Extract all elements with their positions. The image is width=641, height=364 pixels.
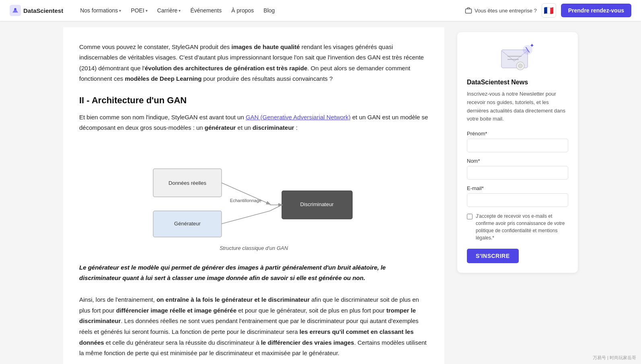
consent-checkbox[interactable] bbox=[467, 214, 473, 219]
logo-icon bbox=[10, 5, 21, 16]
chevron-down-icon: ▾ bbox=[179, 8, 181, 13]
nav-item-carriere[interactable]: Carrière ▾ bbox=[153, 5, 185, 16]
gan-link[interactable]: GAN (Generative Adversiarial Network) bbox=[246, 114, 351, 121]
nom-input[interactable] bbox=[467, 166, 568, 180]
intro-paragraph: Comme vous pouvez le constater, StyleGAN… bbox=[79, 42, 428, 84]
gan-diagram-container: Données réelles Générateur Discriminateu… bbox=[79, 145, 428, 251]
gan-link-text: GAN (Generative Adversiarial Network) bbox=[246, 114, 351, 121]
svg-text:✦: ✦ bbox=[530, 42, 534, 49]
svg-text:Echantillonnage: Echantillonnage bbox=[230, 198, 261, 203]
svg-line-12 bbox=[270, 205, 282, 211]
bold-deep-learning: modèles de Deep Learning bbox=[125, 75, 201, 82]
prenom-label: Prénom* bbox=[467, 131, 568, 137]
gan-diagram: Données réelles Générateur Discriminateu… bbox=[137, 145, 370, 241]
nav-blog-label: Blog bbox=[263, 7, 275, 14]
newsletter-card: ✦ DataScientest News Inscrivez-vous à no… bbox=[457, 32, 578, 273]
nav-item-apropos[interactable]: À propos bbox=[227, 5, 258, 16]
newsletter-description: Inscrivez-vous à notre Newsletter pour r… bbox=[467, 90, 568, 123]
prenom-group: Prénom* bbox=[467, 131, 568, 152]
diagram-caption: Structure classique d'un GAN bbox=[220, 245, 288, 251]
bold-differencier-vraies: le différencier des vraies images bbox=[261, 339, 354, 346]
highlight-text: Le générateur est le modèle qui permet d… bbox=[79, 264, 386, 281]
consent-label: J'accepte de recevoir vos e-mails et con… bbox=[476, 213, 568, 241]
email-label: E-mail* bbox=[467, 185, 568, 191]
email-group: E-mail* bbox=[467, 185, 568, 207]
newsletter-icon: ✦ bbox=[499, 42, 536, 74]
logo-text: DataScientest bbox=[23, 7, 63, 14]
navbar: DataScientest Nos formations ▾ POEI ▾ Ca… bbox=[0, 0, 641, 21]
email-input[interactable] bbox=[467, 193, 568, 207]
logo[interactable]: DataScientest bbox=[10, 5, 63, 16]
nav-links: Nos formations ▾ POEI ▾ Carrière ▾ Événe… bbox=[76, 5, 465, 16]
nav-evenements-label: Événements bbox=[190, 7, 222, 14]
watermark: 万易号 | 时尚玩家岳哥 bbox=[593, 355, 636, 361]
nav-item-blog[interactable]: Blog bbox=[259, 5, 279, 16]
bold-differencier: différencier image réelle et image génér… bbox=[116, 307, 236, 314]
language-flag-button[interactable]: 🇫🇷 bbox=[542, 3, 556, 18]
flag-icon: 🇫🇷 bbox=[544, 6, 554, 15]
chevron-down-icon: ▾ bbox=[146, 8, 148, 13]
bold-erreurs: les erreurs qu'il commet en classant les… bbox=[79, 328, 414, 346]
svg-text:Discriminateur: Discriminateur bbox=[300, 201, 334, 207]
svg-point-1 bbox=[14, 8, 16, 10]
newsletter-title: DataScientest News bbox=[467, 79, 568, 86]
enterprise-icon bbox=[465, 7, 472, 14]
nav-formations-label: Nos formations bbox=[80, 7, 118, 14]
nav-apropos-label: À propos bbox=[231, 7, 254, 14]
nav-carriere-label: Carrière bbox=[157, 7, 178, 14]
sidebar: ✦ DataScientest News Inscrivez-vous à no… bbox=[457, 27, 578, 364]
bold-entraine: on entraîne à la fois le générateur et l… bbox=[156, 296, 310, 303]
nav-item-evenements[interactable]: Événements bbox=[186, 5, 226, 16]
bold-evolution: évolution des architectures de génératio… bbox=[145, 65, 307, 72]
enterprise-label: Vous êtes une entreprise ? bbox=[475, 8, 537, 14]
nav-item-formations[interactable]: Nos formations ▾ bbox=[76, 5, 125, 16]
bottom-paragraph: Ainsi, lors de l'entrainement, on entraî… bbox=[79, 294, 428, 359]
bold-discriminateur: discriminateur bbox=[253, 124, 294, 131]
subscribe-button[interactable]: S'INSCRIRE bbox=[467, 249, 519, 263]
svg-point-17 bbox=[518, 64, 522, 68]
svg-text:Générateur: Générateur bbox=[174, 221, 201, 227]
nav-right: Vous êtes une entreprise ? 🇫🇷 Prendre re… bbox=[465, 3, 631, 18]
cta-button[interactable]: Prendre rendez-vous bbox=[561, 4, 631, 17]
svg-line-9 bbox=[222, 211, 270, 224]
nom-group: Nom* bbox=[467, 158, 568, 180]
newsletter-icon-wrapper: ✦ bbox=[467, 42, 568, 74]
prenom-input[interactable] bbox=[467, 139, 568, 152]
nav-item-poei[interactable]: POEI ▾ bbox=[127, 5, 151, 16]
section-title: II - Architecture d'un GAN bbox=[79, 95, 428, 106]
enterprise-button[interactable]: Vous êtes une entreprise ? bbox=[465, 7, 537, 14]
gan-diagram-svg: Données réelles Générateur Discriminateu… bbox=[137, 145, 370, 241]
svg-text:Données réelles: Données réelles bbox=[168, 180, 206, 186]
consent-group: J'accepte de recevoir vos e-mails et con… bbox=[467, 213, 568, 241]
section-intro: Et bien comme son nom l'indique, StyleGA… bbox=[79, 112, 428, 133]
highlight-block: Le générateur est le modèle qui permet d… bbox=[79, 262, 428, 284]
page-wrapper: Comme vous pouvez le constater, StyleGAN… bbox=[55, 0, 586, 364]
bold-generateur: générateur bbox=[205, 124, 236, 131]
main-content: Comme vous pouvez le constater, StyleGAN… bbox=[63, 27, 444, 364]
nav-poei-label: POEI bbox=[131, 7, 144, 14]
chevron-down-icon: ▾ bbox=[119, 8, 121, 13]
bold-images-haute-qualite: images de haute qualité bbox=[232, 43, 300, 50]
nom-label: Nom* bbox=[467, 158, 568, 164]
